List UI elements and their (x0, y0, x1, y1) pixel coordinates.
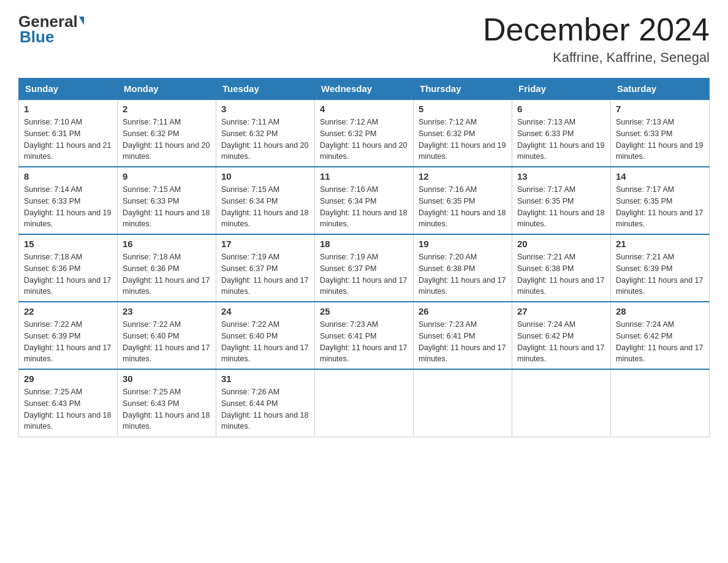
calendar-cell: 27Sunrise: 7:24 AMSunset: 6:42 PMDayligh… (512, 302, 611, 369)
calendar-header-row: SundayMondayTuesdayWednesdayThursdayFrid… (19, 79, 710, 100)
day-number: 21 (616, 239, 704, 249)
calendar-week-row: 15Sunrise: 7:18 AMSunset: 6:36 PMDayligh… (19, 234, 710, 302)
calendar-table: SundayMondayTuesdayWednesdayThursdayFrid… (18, 78, 710, 437)
calendar-cell: 9Sunrise: 7:15 AMSunset: 6:33 PMDaylight… (118, 167, 216, 234)
day-number: 20 (517, 239, 605, 249)
day-info: Sunrise: 7:10 AMSunset: 6:31 PMDaylight:… (24, 117, 112, 163)
logo-arrow-icon (79, 17, 84, 25)
day-info: Sunrise: 7:18 AMSunset: 6:36 PMDaylight:… (123, 251, 211, 297)
calendar-cell: 10Sunrise: 7:15 AMSunset: 6:34 PMDayligh… (216, 167, 315, 234)
day-info: Sunrise: 7:11 AMSunset: 6:32 PMDaylight:… (221, 117, 309, 163)
day-info: Sunrise: 7:12 AMSunset: 6:32 PMDaylight:… (419, 117, 507, 163)
calendar-week-row: 29Sunrise: 7:25 AMSunset: 6:43 PMDayligh… (19, 369, 710, 437)
day-number: 28 (616, 306, 704, 316)
day-number: 1 (24, 104, 112, 114)
calendar-cell: 1Sunrise: 7:10 AMSunset: 6:31 PMDaylight… (19, 99, 118, 167)
calendar-cell: 20Sunrise: 7:21 AMSunset: 6:38 PMDayligh… (512, 234, 611, 302)
day-info: Sunrise: 7:13 AMSunset: 6:33 PMDaylight:… (517, 117, 605, 163)
calendar-cell: 3Sunrise: 7:11 AMSunset: 6:32 PMDaylight… (216, 99, 315, 167)
day-header-sunday: Sunday (19, 79, 118, 100)
calendar-cell: 30Sunrise: 7:25 AMSunset: 6:43 PMDayligh… (118, 369, 216, 437)
day-number: 12 (419, 171, 507, 182)
title-area: December 2024 Kaffrine, Kaffrine, Senega… (483, 12, 710, 66)
day-header-saturday: Saturday (611, 79, 710, 100)
day-info: Sunrise: 7:22 AMSunset: 6:39 PMDaylight:… (24, 319, 112, 365)
day-info: Sunrise: 7:16 AMSunset: 6:34 PMDaylight:… (320, 184, 408, 230)
logo-blue-text: Blue (18, 28, 84, 47)
calendar-week-row: 1Sunrise: 7:10 AMSunset: 6:31 PMDaylight… (19, 99, 710, 167)
calendar-cell: 21Sunrise: 7:21 AMSunset: 6:39 PMDayligh… (611, 234, 710, 302)
day-number: 2 (123, 104, 211, 114)
calendar-cell: 23Sunrise: 7:22 AMSunset: 6:40 PMDayligh… (118, 302, 216, 369)
day-number: 4 (320, 104, 408, 114)
day-info: Sunrise: 7:22 AMSunset: 6:40 PMDaylight:… (123, 319, 211, 365)
day-info: Sunrise: 7:20 AMSunset: 6:38 PMDaylight:… (419, 251, 507, 297)
day-header-friday: Friday (512, 79, 611, 100)
calendar-cell: 6Sunrise: 7:13 AMSunset: 6:33 PMDaylight… (512, 99, 611, 167)
location-subtitle: Kaffrine, Kaffrine, Senegal (483, 50, 710, 66)
calendar-cell: 24Sunrise: 7:22 AMSunset: 6:40 PMDayligh… (216, 302, 315, 369)
calendar-cell: 26Sunrise: 7:23 AMSunset: 6:41 PMDayligh… (414, 302, 512, 369)
calendar-cell: 14Sunrise: 7:17 AMSunset: 6:35 PMDayligh… (611, 167, 710, 234)
day-number: 15 (24, 239, 112, 249)
calendar-cell: 13Sunrise: 7:17 AMSunset: 6:35 PMDayligh… (512, 167, 611, 234)
calendar-cell: 18Sunrise: 7:19 AMSunset: 6:37 PMDayligh… (315, 234, 414, 302)
day-info: Sunrise: 7:26 AMSunset: 6:44 PMDaylight:… (221, 386, 309, 432)
day-number: 22 (24, 306, 112, 316)
day-number: 23 (123, 306, 211, 316)
calendar-cell: 31Sunrise: 7:26 AMSunset: 6:44 PMDayligh… (216, 369, 315, 437)
day-number: 9 (123, 171, 211, 182)
day-info: Sunrise: 7:24 AMSunset: 6:42 PMDaylight:… (517, 319, 605, 365)
calendar-cell: 16Sunrise: 7:18 AMSunset: 6:36 PMDayligh… (118, 234, 216, 302)
page-header: General Blue December 2024 Kaffrine, Kaf… (18, 12, 710, 66)
calendar-week-row: 22Sunrise: 7:22 AMSunset: 6:39 PMDayligh… (19, 302, 710, 369)
calendar-cell: 8Sunrise: 7:14 AMSunset: 6:33 PMDaylight… (19, 167, 118, 234)
day-info: Sunrise: 7:23 AMSunset: 6:41 PMDaylight:… (320, 319, 408, 365)
calendar-cell: 12Sunrise: 7:16 AMSunset: 6:35 PMDayligh… (414, 167, 512, 234)
calendar-cell: 22Sunrise: 7:22 AMSunset: 6:39 PMDayligh… (19, 302, 118, 369)
calendar-cell: 29Sunrise: 7:25 AMSunset: 6:43 PMDayligh… (19, 369, 118, 437)
calendar-cell: 28Sunrise: 7:24 AMSunset: 6:42 PMDayligh… (611, 302, 710, 369)
day-header-thursday: Thursday (414, 79, 512, 100)
day-info: Sunrise: 7:12 AMSunset: 6:32 PMDaylight:… (320, 117, 408, 163)
calendar-cell (315, 369, 414, 437)
day-number: 18 (320, 239, 408, 249)
calendar-cell (414, 369, 512, 437)
day-number: 17 (221, 239, 309, 249)
day-number: 19 (419, 239, 507, 249)
day-info: Sunrise: 7:15 AMSunset: 6:33 PMDaylight:… (123, 184, 211, 230)
day-number: 31 (221, 373, 309, 384)
day-info: Sunrise: 7:24 AMSunset: 6:42 PMDaylight:… (616, 319, 704, 365)
day-info: Sunrise: 7:25 AMSunset: 6:43 PMDaylight:… (123, 386, 211, 432)
day-number: 5 (419, 104, 507, 114)
day-info: Sunrise: 7:23 AMSunset: 6:41 PMDaylight:… (419, 319, 507, 365)
day-header-monday: Monday (118, 79, 216, 100)
day-info: Sunrise: 7:15 AMSunset: 6:34 PMDaylight:… (221, 184, 309, 230)
calendar-cell: 19Sunrise: 7:20 AMSunset: 6:38 PMDayligh… (414, 234, 512, 302)
day-header-tuesday: Tuesday (216, 79, 315, 100)
day-number: 7 (616, 104, 704, 114)
logo: General Blue (18, 12, 84, 47)
day-info: Sunrise: 7:14 AMSunset: 6:33 PMDaylight:… (24, 184, 112, 230)
day-number: 6 (517, 104, 605, 114)
day-info: Sunrise: 7:11 AMSunset: 6:32 PMDaylight:… (123, 117, 211, 163)
day-header-wednesday: Wednesday (315, 79, 414, 100)
day-info: Sunrise: 7:21 AMSunset: 6:38 PMDaylight:… (517, 251, 605, 297)
calendar-cell: 4Sunrise: 7:12 AMSunset: 6:32 PMDaylight… (315, 99, 414, 167)
day-number: 25 (320, 306, 408, 316)
day-number: 24 (221, 306, 309, 316)
month-title: December 2024 (483, 12, 710, 47)
calendar-cell: 7Sunrise: 7:13 AMSunset: 6:33 PMDaylight… (611, 99, 710, 167)
calendar-cell: 15Sunrise: 7:18 AMSunset: 6:36 PMDayligh… (19, 234, 118, 302)
calendar-cell (611, 369, 710, 437)
day-number: 27 (517, 306, 605, 316)
day-info: Sunrise: 7:18 AMSunset: 6:36 PMDaylight:… (24, 251, 112, 297)
day-info: Sunrise: 7:21 AMSunset: 6:39 PMDaylight:… (616, 251, 704, 297)
day-number: 13 (517, 171, 605, 182)
day-info: Sunrise: 7:22 AMSunset: 6:40 PMDaylight:… (221, 319, 309, 365)
day-info: Sunrise: 7:19 AMSunset: 6:37 PMDaylight:… (221, 251, 309, 297)
calendar-cell: 25Sunrise: 7:23 AMSunset: 6:41 PMDayligh… (315, 302, 414, 369)
day-number: 3 (221, 104, 309, 114)
calendar-cell: 2Sunrise: 7:11 AMSunset: 6:32 PMDaylight… (118, 99, 216, 167)
day-number: 11 (320, 171, 408, 182)
